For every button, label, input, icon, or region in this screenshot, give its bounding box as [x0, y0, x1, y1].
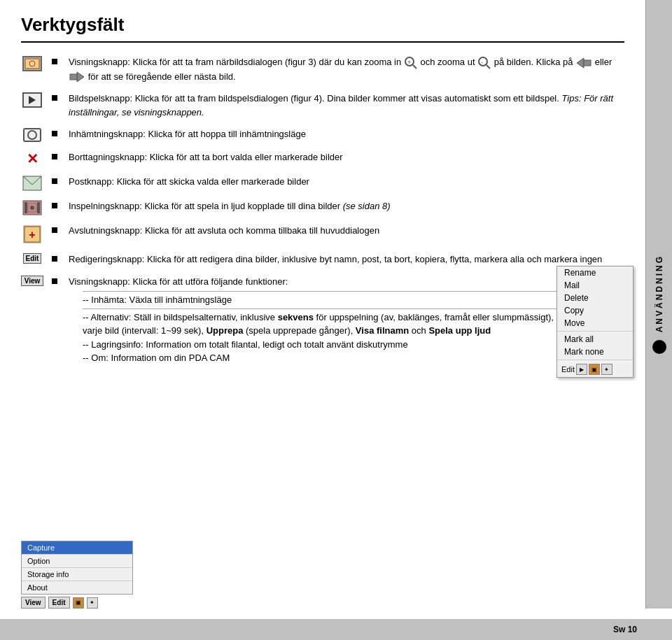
view-icon-cell: View — [21, 276, 43, 286]
arrow-prev-icon — [575, 57, 595, 67]
menu-mini-icon-3[interactable]: ✦ — [601, 364, 612, 375]
bottom-icon-1[interactable]: ▣ — [73, 597, 84, 609]
section-view: View Visningsknapp: Klicka för att utför… — [21, 275, 624, 365]
section-delete: ✕ Borttagningsknapp: Klicka för att ta b… — [21, 150, 624, 166]
section-mail: Postknapp: Klicka för att skicka valda e… — [21, 175, 624, 191]
mail-icon-cell — [21, 176, 43, 191]
magnify-icon: + — [404, 56, 418, 70]
menu-item-move[interactable]: Move — [557, 317, 633, 329]
menu-divider-2 — [557, 360, 633, 360]
section-capture: Inhämtningsknapp: Klicka för att hoppa t… — [21, 127, 624, 142]
bullet-square-5 — [52, 178, 57, 184]
svg-point-6 — [479, 57, 487, 66]
page-container: ANVÄNDNING Verktygsfält Visningsknapp: — [0, 0, 672, 640]
panel-item-option[interactable]: Option — [22, 555, 132, 568]
section-edit: Edit Redigeringsknapp: Klicka för att re… — [21, 253, 624, 266]
zoom-text-4: eller — [595, 57, 612, 67]
panel-item-storage[interactable]: Storage info — [22, 568, 132, 581]
zoom-text-2: och zooma ut — [420, 57, 477, 67]
section-zoom: Visningsknapp: Klicka för att ta fram nä… — [21, 55, 624, 83]
record-text: Inspelningsknapp: Klicka för att spela i… — [69, 201, 391, 211]
bullet-square-7 — [52, 227, 57, 233]
svg-rect-15 — [24, 202, 27, 213]
menu-item-markall[interactable]: Mark all — [557, 333, 633, 346]
bottom-bar: View Edit ▣ ✦ — [21, 597, 98, 609]
play-triangle-icon — [29, 96, 36, 104]
bottom-icon-2[interactable]: ✦ — [87, 597, 98, 609]
svg-line-4 — [413, 65, 416, 69]
bullet-square-2 — [52, 95, 57, 101]
section-slideshow-text: Bildspelsknapp: Klicka för att ta fram b… — [69, 92, 624, 119]
menu-item-mail[interactable]: Mail — [557, 279, 633, 292]
svg-marker-9 — [577, 58, 584, 68]
zoom-text-3: på bilden. Klicka på — [494, 57, 575, 67]
svg-line-7 — [486, 65, 490, 69]
delete-icon: ✕ — [24, 151, 40, 166]
edit-text: Redigeringsknapp: Klicka för att rediger… — [69, 254, 602, 264]
section-exit: + Avslutningsknapp: Klicka för att avslu… — [21, 224, 624, 244]
menu-item-marknone[interactable]: Mark none — [557, 346, 633, 358]
page-title: Verktygsfält — [21, 14, 624, 43]
menu-mini-icon-2[interactable]: ▣ — [589, 364, 600, 375]
side-tab: ANVÄNDNING — [645, 0, 672, 609]
section-exit-text: Avslutningsknapp: Klicka för att avsluta… — [69, 224, 624, 238]
arrow-next-icon — [69, 71, 88, 82]
edit-icon-cell: Edit — [21, 253, 43, 264]
slideshow-text: Bildspelsknapp: Klicka för att ta fram b… — [69, 93, 613, 118]
side-tab-circle — [652, 340, 666, 354]
zoom-text-1: Visningsknapp: Klicka för att ta fram nä… — [69, 57, 404, 67]
bullet-square-8 — [52, 256, 57, 262]
zoom-out-icon: - — [477, 56, 491, 70]
delete-text: Borttagningsknapp: Klicka för att ta bor… — [69, 152, 343, 162]
exit-text: Avslutningsknapp: Klicka för att avsluta… — [69, 225, 379, 236]
view-button[interactable]: View — [21, 597, 46, 609]
section-slideshow: Bildspelsknapp: Klicka för att ta fram b… — [21, 92, 624, 119]
context-menu-panel: Rename Mail Delete Copy Move Mark all Ma… — [556, 266, 634, 378]
mail-text: Postknapp: Klicka för att skicka valda e… — [69, 176, 309, 187]
panel-item-about[interactable]: About — [22, 581, 132, 594]
menu-mini-icon-1[interactable]: ▶ — [576, 364, 587, 375]
menu-item-copy[interactable]: Copy — [557, 304, 633, 317]
bullet-mail — [52, 175, 57, 184]
menu-item-rename[interactable]: Rename — [557, 266, 633, 279]
svg-marker-11 — [77, 72, 84, 82]
view-subitem-3: -- Lagringsinfo: Information om totalt f… — [83, 338, 624, 352]
view-text-main: Visningsknapp: Klicka för att utföra föl… — [69, 276, 288, 287]
side-tab-label: ANVÄNDNING — [654, 255, 664, 332]
section-delete-text: Borttagningsknapp: Klicka för att ta bor… — [69, 150, 624, 164]
bullet-square — [52, 59, 57, 64]
bullet-square-3 — [52, 131, 57, 136]
menu-divider-1 — [557, 331, 633, 332]
bullet-edit — [52, 253, 57, 262]
svg-point-18 — [30, 206, 34, 210]
exit-icon-cell: + — [21, 225, 43, 244]
edit-button[interactable]: Edit — [48, 597, 70, 609]
section-mail-text: Postknapp: Klicka för att skicka valda e… — [69, 175, 624, 189]
zoom-icons-inline: + — [404, 56, 418, 70]
bullet-view — [52, 275, 57, 284]
record-icon — [22, 200, 42, 215]
delete-icon-cell: ✕ — [21, 151, 43, 166]
view-subitems: -- Inhämta: Växla till inhämtningsläge -… — [83, 291, 624, 365]
section-capture-text: Inhämtningsknapp: Klicka för att hoppa t… — [69, 127, 624, 141]
bullet-exit — [52, 224, 57, 233]
view-label-icon: View — [21, 276, 44, 286]
panel-item-capture[interactable]: Capture — [22, 541, 132, 555]
zoom-icon-cell — [21, 56, 43, 71]
footer: Sw 10 — [0, 619, 672, 640]
bullet-capture — [52, 127, 57, 136]
section-edit-text: Redigeringsknapp: Klicka för att rediger… — [69, 253, 624, 266]
zoom-icon — [22, 56, 42, 71]
mail-icon — [22, 176, 42, 191]
svg-text:-: - — [481, 59, 483, 66]
main-content: Verktygsfält Visningsknapp: Klicka för a… — [0, 0, 645, 387]
view-subitem-2: -- Alternativ: Ställ in bildspelsalterna… — [83, 311, 624, 338]
view-subitem-1: -- Inhämta: Växla till inhämtningsläge — [83, 293, 624, 307]
section-zoom-text: Visningsknapp: Klicka för att ta fram nä… — [69, 55, 624, 83]
menu-item-delete[interactable]: Delete — [557, 292, 633, 304]
view-subitem-4: -- Om: Information om din PDA CAM — [83, 351, 624, 365]
section-view-text: Visningsknapp: Klicka för att utföra föl… — [69, 275, 624, 365]
view-divider — [83, 291, 624, 292]
view-dropdown-panel: Capture Option Storage info About — [21, 541, 133, 595]
svg-rect-10 — [584, 60, 591, 66]
